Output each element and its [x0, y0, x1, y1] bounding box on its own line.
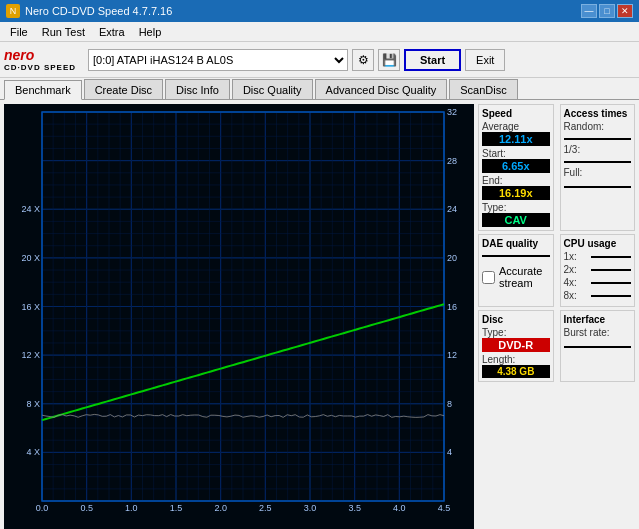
tab-disc-info[interactable]: Disc Info [165, 79, 230, 99]
accurate-label: Accurate stream [499, 265, 542, 289]
minimize-button[interactable]: — [581, 4, 597, 18]
cpu-8x-value [591, 295, 631, 297]
interface-section: Interface Burst rate: [560, 310, 636, 382]
tab-scandisc[interactable]: ScanDisc [449, 79, 517, 99]
app-title: Nero CD-DVD Speed 4.7.7.16 [25, 5, 581, 17]
tab-advanced-disc-quality[interactable]: Advanced Disc Quality [315, 79, 448, 99]
logo-nero: nero [4, 47, 34, 63]
menu-run-test[interactable]: Run Test [36, 24, 91, 40]
logo-sub: CD·DVD SPEED [4, 63, 76, 72]
random-label: Random: [564, 121, 632, 132]
cpu-1x-label: 1x: [564, 251, 577, 262]
end-value: 16.19x [482, 186, 550, 200]
dae-value [482, 255, 550, 257]
cpu-2x-value [591, 269, 631, 271]
right-panel: Speed Average 12.11x Start: 6.65x End: 1… [474, 100, 639, 529]
maximize-button[interactable]: □ [599, 4, 615, 18]
onethird-value [564, 161, 632, 163]
type-value: CAV [482, 213, 550, 227]
access-title: Access times [564, 108, 632, 119]
dae-title: DAE quality [482, 238, 550, 249]
menu-extra[interactable]: Extra [93, 24, 131, 40]
disc-section: Disc Type: DVD-R Length: 4.38 GB [478, 310, 554, 382]
start-label: Start: [482, 148, 550, 159]
cpu-1x-value [591, 256, 631, 258]
dae-section: DAE quality Accurate stream [478, 234, 554, 307]
toolbar: nero CD·DVD SPEED [0:0] ATAPI iHAS124 B … [0, 42, 639, 78]
cpu-section: CPU usage 1x: 2x: 4x: 8x: [560, 234, 636, 307]
tab-create-disc[interactable]: Create Disc [84, 79, 163, 99]
main-content: Speed Average 12.11x Start: 6.65x End: 1… [0, 100, 639, 529]
disc-title: Disc [482, 314, 550, 325]
app-icon: N [6, 4, 20, 18]
toolbar-btn-2[interactable]: 💾 [378, 49, 400, 71]
menu-file[interactable]: File [4, 24, 34, 40]
tabs: Benchmark Create Disc Disc Info Disc Qua… [0, 78, 639, 100]
tab-benchmark[interactable]: Benchmark [4, 80, 82, 100]
cpu-title: CPU usage [564, 238, 632, 249]
cpu-4x-label: 4x: [564, 277, 577, 288]
exit-button[interactable]: Exit [465, 49, 505, 71]
end-label: End: [482, 175, 550, 186]
average-value: 12.11x [482, 132, 550, 146]
interface-title: Interface [564, 314, 632, 325]
speed-section: Speed Average 12.11x Start: 6.65x End: 1… [478, 104, 554, 231]
random-value [564, 138, 632, 140]
menubar: File Run Test Extra Help [0, 22, 639, 42]
start-button[interactable]: Start [404, 49, 461, 71]
cpu-8x-label: 8x: [564, 290, 577, 301]
close-button[interactable]: ✕ [617, 4, 633, 18]
burst-label: Burst rate: [564, 327, 632, 338]
cpu-2x-label: 2x: [564, 264, 577, 275]
disc-length-label: Length: [482, 354, 550, 365]
full-label: Full: [564, 167, 632, 178]
onethird-label: 1/3: [564, 144, 632, 155]
speed-title: Speed [482, 108, 550, 119]
start-value: 6.65x [482, 159, 550, 173]
disc-type-value: DVD-R [482, 338, 550, 352]
tab-disc-quality[interactable]: Disc Quality [232, 79, 313, 99]
titlebar: N Nero CD-DVD Speed 4.7.7.16 — □ ✕ [0, 0, 639, 22]
disc-length-value: 4.38 GB [482, 365, 550, 378]
burst-value [564, 346, 632, 348]
speed-chart [4, 104, 474, 529]
menu-help[interactable]: Help [133, 24, 168, 40]
accurate-checkbox[interactable] [482, 271, 495, 284]
window-controls: — □ ✕ [581, 4, 633, 18]
type-label: Type: [482, 202, 550, 213]
disc-type-label: Type: [482, 327, 550, 338]
logo: nero CD·DVD SPEED [4, 47, 76, 72]
drive-select[interactable]: [0:0] ATAPI iHAS124 B AL0S [88, 49, 348, 71]
full-value [564, 186, 632, 188]
cpu-4x-value [591, 282, 631, 284]
accurate-stream-row: Accurate stream [482, 265, 550, 289]
average-label: Average [482, 121, 550, 132]
toolbar-btn-1[interactable]: ⚙ [352, 49, 374, 71]
access-section: Access times Random: 1/3: Full: [560, 104, 636, 231]
